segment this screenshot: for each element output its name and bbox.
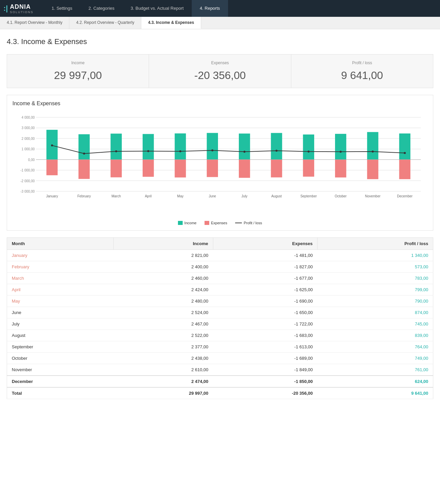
cell-month: January	[7, 250, 114, 261]
page-content: 4.3. Income & Expenses Income 29 997,00 …	[0, 29, 440, 407]
sub-tab-monthly[interactable]: 4.1. Report Overview - Monthly	[0, 17, 69, 29]
cell-month: June	[7, 307, 114, 318]
expenses-value: -20 356,00	[156, 69, 284, 82]
legend-income-color	[178, 221, 183, 225]
income-card: Income 29 997,00	[7, 54, 149, 88]
total-income: 29 997,00	[114, 387, 213, 399]
sub-tab-quarterly[interactable]: 4.2. Report Overview - Quarterly	[69, 17, 141, 29]
cell-income: 2 524,00	[114, 307, 213, 318]
cell-month: September	[7, 341, 114, 353]
table-row: March 2 460,00 -1 677,00 783,00	[7, 273, 433, 284]
cell-income: 2 460,00	[114, 273, 213, 284]
cell-month: April	[7, 284, 114, 296]
legend-expenses-label: Expenses	[211, 221, 227, 225]
nav-tab-budget[interactable]: 3. Budget vs. Actual Report	[122, 0, 192, 17]
cell-income: 2 480,00	[114, 296, 213, 307]
cell-profit: 761,00	[318, 364, 433, 376]
cell-month: November	[7, 364, 114, 376]
profit-label: Profit / loss	[298, 61, 426, 65]
cell-profit: 790,00	[318, 296, 433, 307]
income-label: Income	[14, 61, 142, 65]
profit-card: Profit / loss 9 641,00	[291, 54, 433, 88]
cell-profit: 749,00	[318, 353, 433, 364]
cell-expenses: -1 850,00	[213, 376, 318, 387]
table-row: August 2 522,00 -1 683,00 839,00	[7, 330, 433, 341]
cell-expenses: -1 481,00	[213, 250, 318, 261]
cell-income: 2 610,00	[114, 364, 213, 376]
income-value: 29 997,00	[14, 69, 142, 82]
table-row: May 2 480,00 -1 690,00 790,00	[7, 296, 433, 307]
table-row: June 2 524,00 -1 650,00 874,00	[7, 307, 433, 318]
logo-name: ADNIA	[10, 3, 31, 10]
total-label: Total	[7, 387, 114, 399]
cell-income: 2 821,00	[114, 250, 213, 261]
table-row: October 2 438,00 -1 689,00 749,00	[7, 353, 433, 364]
cell-month: March	[7, 273, 114, 284]
logo-icon: :|	[3, 4, 8, 13]
cell-profit: 783,00	[318, 273, 433, 284]
cell-expenses: -1 849,00	[213, 364, 318, 376]
col-header-month: Month	[7, 238, 114, 250]
chart-title: Income & Expenses	[12, 101, 428, 107]
legend-income: Income	[178, 221, 196, 225]
legend-profit-label: Profit / loss	[244, 221, 262, 225]
legend-profit: Profit / loss	[235, 221, 262, 225]
cell-month: May	[7, 296, 114, 307]
table-row: September 2 377,00 -1 613,00 764,00	[7, 341, 433, 353]
bar-chart	[12, 111, 428, 211]
table-row: April 2 424,00 -1 625,00 799,00	[7, 284, 433, 296]
cell-expenses: -1 625,00	[213, 284, 318, 296]
legend-profit-line	[235, 223, 242, 223]
legend-expenses-color	[205, 221, 209, 225]
cell-profit: 799,00	[318, 284, 433, 296]
main-nav-tabs: 1. Settings 2. Categories 3. Budget vs. …	[44, 0, 437, 17]
cell-month: October	[7, 353, 114, 364]
cell-income: 2 522,00	[114, 330, 213, 341]
table-row: February 2 400,00 -1 827,00 573,00	[7, 261, 433, 273]
cell-expenses: -1 650,00	[213, 307, 318, 318]
page-title: 4.3. Income & Expenses	[7, 37, 433, 46]
top-navigation: :| ADNIA SOLUTIONS 1. Settings 2. Catego…	[0, 0, 440, 17]
cell-profit: 745,00	[318, 318, 433, 330]
nav-tab-settings[interactable]: 1. Settings	[44, 0, 80, 17]
cell-income: 2 377,00	[114, 341, 213, 353]
table-row: July 2 467,00 -1 722,00 745,00	[7, 318, 433, 330]
expenses-card: Expenses -20 356,00	[149, 54, 291, 88]
total-profit: 9 641,00	[318, 387, 433, 399]
cell-expenses: -1 613,00	[213, 341, 318, 353]
col-header-profit: Profit / loss	[318, 238, 433, 250]
cell-income: 2 474,00	[114, 376, 213, 387]
cell-expenses: -1 677,00	[213, 273, 318, 284]
profit-value: 9 641,00	[298, 69, 426, 82]
cell-profit: 874,00	[318, 307, 433, 318]
cell-income: 2 438,00	[114, 353, 213, 364]
legend-expenses: Expenses	[205, 221, 227, 225]
cell-income: 2 467,00	[114, 318, 213, 330]
nav-tab-categories[interactable]: 2. Categories	[80, 0, 122, 17]
cell-expenses: -1 722,00	[213, 318, 318, 330]
chart-area	[12, 111, 428, 218]
col-header-income: Income	[114, 238, 213, 250]
table-row: November 2 610,00 -1 849,00 761,00	[7, 364, 433, 376]
cell-profit: 624,00	[318, 376, 433, 387]
cell-income: 2 424,00	[114, 284, 213, 296]
legend-income-label: Income	[184, 221, 196, 225]
cell-expenses: -1 690,00	[213, 296, 318, 307]
cell-profit: 1 340,00	[318, 250, 433, 261]
summary-cards: Income 29 997,00 Expenses -20 356,00 Pro…	[7, 54, 433, 88]
logo-subtitle: SOLUTIONS	[10, 10, 33, 14]
sub-tab-income-expenses[interactable]: 4.3. Income & Expenses	[141, 17, 201, 29]
cell-profit: 839,00	[318, 330, 433, 341]
data-table: Month Income Expenses Profit / loss Janu…	[7, 237, 433, 399]
cell-expenses: -1 827,00	[213, 261, 318, 273]
table-row: December 2 474,00 -1 850,00 624,00	[7, 376, 433, 387]
cell-profit: 764,00	[318, 341, 433, 353]
cell-expenses: -1 683,00	[213, 330, 318, 341]
cell-month: December	[7, 376, 114, 387]
chart-legend: Income Expenses Profit / loss	[12, 221, 428, 225]
table-row: January 2 821,00 -1 481,00 1 340,00	[7, 250, 433, 261]
cell-month: July	[7, 318, 114, 330]
cell-month: February	[7, 261, 114, 273]
nav-tab-reports[interactable]: 4. Reports	[192, 0, 228, 17]
cell-income: 2 400,00	[114, 261, 213, 273]
